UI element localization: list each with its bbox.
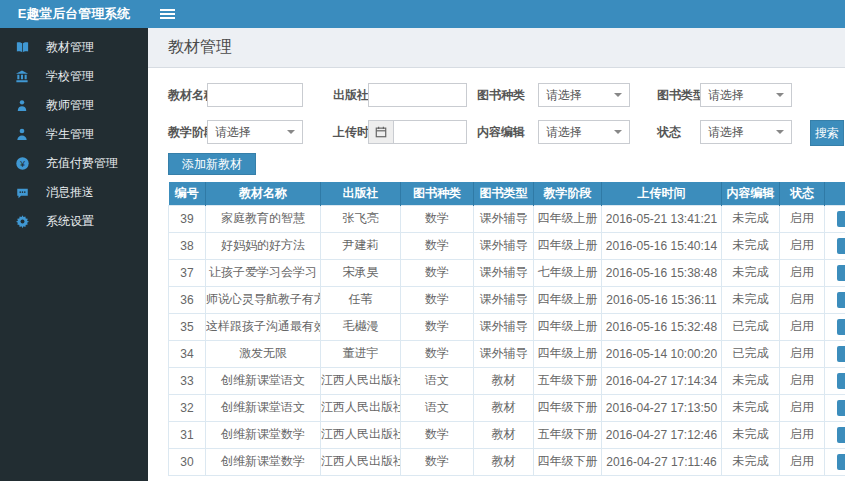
table-cell: 任苇 bbox=[321, 286, 401, 313]
chevron-down-icon bbox=[776, 130, 784, 134]
table-cell: 激发无限 bbox=[206, 340, 321, 367]
table-cell: 四年级上册 bbox=[534, 205, 602, 232]
row-action-button[interactable] bbox=[837, 427, 845, 443]
table-cell: 江西人民出版社 bbox=[321, 448, 401, 475]
table-cell: 2016-04-27 17:12:46 bbox=[602, 421, 722, 448]
status-label: 状态 bbox=[657, 120, 681, 144]
table-cell: 好妈妈的好方法 bbox=[206, 232, 321, 259]
book-kind-select[interactable]: 请选择 bbox=[538, 83, 630, 107]
row-action-button[interactable] bbox=[837, 319, 845, 335]
upload-time-input[interactable] bbox=[393, 120, 467, 144]
table-cell: 2016-04-27 17:13:50 bbox=[602, 394, 722, 421]
table-cell-actions bbox=[825, 421, 845, 448]
publisher-input[interactable] bbox=[368, 83, 467, 107]
book-kind-label: 图书种类 bbox=[477, 83, 525, 107]
teacher-icon bbox=[14, 98, 30, 114]
table-cell: 未完成 bbox=[722, 259, 780, 286]
row-action-button[interactable] bbox=[837, 400, 845, 416]
table-cell: 师说心灵导航教子有方 bbox=[206, 286, 321, 313]
row-action-button[interactable] bbox=[837, 265, 845, 281]
table-cell: 未完成 bbox=[722, 367, 780, 394]
table-cell: 启用 bbox=[780, 205, 825, 232]
table-cell: 数学 bbox=[401, 286, 474, 313]
table-cell: 已完成 bbox=[722, 313, 780, 340]
table-cell: 四年级上册 bbox=[534, 340, 602, 367]
table-cell: 启用 bbox=[780, 313, 825, 340]
calendar-icon[interactable] bbox=[368, 120, 394, 144]
material-name-input[interactable] bbox=[207, 83, 303, 107]
row-action-button[interactable] bbox=[837, 292, 845, 308]
sidebar-item-1[interactable]: 学校管理 bbox=[0, 62, 148, 91]
table-cell: 32 bbox=[169, 394, 206, 421]
table-cell: 数学 bbox=[401, 313, 474, 340]
column-header: 状态 bbox=[780, 182, 825, 205]
table-cell: 37 bbox=[169, 259, 206, 286]
sidebar-item-label: 充值付费管理 bbox=[46, 155, 118, 172]
sidebar-item-6[interactable]: 系统设置 bbox=[0, 207, 148, 236]
table-cell: 启用 bbox=[780, 367, 825, 394]
payment-icon: ¥ bbox=[14, 156, 30, 172]
table-row: 31创维新课堂数学江西人民出版社数学教材五年级下册2016-04-27 17:1… bbox=[169, 421, 845, 448]
sidebar-item-3[interactable]: 学生管理 bbox=[0, 120, 148, 149]
table-cell: 启用 bbox=[780, 286, 825, 313]
book-type-select[interactable]: 请选择 bbox=[700, 83, 792, 107]
table-cell: 启用 bbox=[780, 448, 825, 475]
table-header-row: 编号教材名称出版社图书种类图书类型教学阶段上传时间内容编辑状态 bbox=[169, 182, 845, 205]
column-header: 编号 bbox=[169, 182, 206, 205]
table-row: 34激发无限董进宇数学课外辅导四年级上册2016-05-14 10:00:20已… bbox=[169, 340, 845, 367]
table-cell: 家庭教育的智慧 bbox=[206, 205, 321, 232]
table-cell: 江西人民出版社 bbox=[321, 367, 401, 394]
table-row: 38好妈妈的好方法尹建莉数学课外辅导四年级上册2016-05-16 15:40:… bbox=[169, 232, 845, 259]
table-cell: 未完成 bbox=[722, 205, 780, 232]
row-action-button[interactable] bbox=[837, 454, 845, 470]
sidebar-item-4[interactable]: ¥充值付费管理 bbox=[0, 149, 148, 178]
add-material-button[interactable]: 添加新教材 bbox=[168, 153, 256, 175]
sidebar: 教材管理学校管理教师管理学生管理¥充值付费管理消息推送系统设置 bbox=[0, 28, 148, 481]
row-action-button[interactable] bbox=[837, 238, 845, 254]
table-cell: 教材 bbox=[474, 367, 534, 394]
table-cell: 启用 bbox=[780, 340, 825, 367]
message-icon bbox=[14, 185, 30, 201]
table-cell: 毛樾漫 bbox=[321, 313, 401, 340]
row-action-button[interactable] bbox=[837, 373, 845, 389]
table-cell: 七年级上册 bbox=[534, 259, 602, 286]
column-header: 上传时间 bbox=[602, 182, 722, 205]
table-cell: 董进宇 bbox=[321, 340, 401, 367]
teaching-stage-value: 请选择 bbox=[215, 124, 251, 141]
row-action-button[interactable] bbox=[837, 211, 845, 227]
table-cell: 2016-05-16 15:32:48 bbox=[602, 313, 722, 340]
status-select[interactable]: 请选择 bbox=[700, 120, 792, 144]
table-cell: 启用 bbox=[780, 421, 825, 448]
table-row: 30创维新课堂数学江西人民出版社数学教材四年级下册2016-04-27 17:1… bbox=[169, 448, 845, 475]
sidebar-item-2[interactable]: 教师管理 bbox=[0, 91, 148, 120]
table-cell: 数学 bbox=[401, 421, 474, 448]
sidebar-item-label: 教师管理 bbox=[46, 97, 94, 114]
content-editor-select[interactable]: 请选择 bbox=[538, 120, 630, 144]
table-cell: 2016-05-21 13:41:21 bbox=[602, 205, 722, 232]
row-action-button[interactable] bbox=[837, 346, 845, 362]
table-cell: 数学 bbox=[401, 205, 474, 232]
table-cell: 2016-05-16 15:38:48 bbox=[602, 259, 722, 286]
table-cell-actions bbox=[825, 205, 845, 232]
table-cell: 数学 bbox=[401, 448, 474, 475]
chevron-down-icon bbox=[776, 93, 784, 97]
table-cell: 四年级上册 bbox=[534, 232, 602, 259]
table-cell: 教材 bbox=[474, 421, 534, 448]
table-cell: 未完成 bbox=[722, 421, 780, 448]
table-cell: 34 bbox=[169, 340, 206, 367]
sidebar-item-0[interactable]: 教材管理 bbox=[0, 33, 148, 62]
table-cell: 这样跟孩子沟通最有效 bbox=[206, 313, 321, 340]
table-row: 37让孩子爱学习会学习宋承昊数学课外辅导七年级上册2016-05-16 15:3… bbox=[169, 259, 845, 286]
teaching-stage-select[interactable]: 请选择 bbox=[207, 120, 303, 144]
settings-icon bbox=[14, 214, 30, 230]
table-cell: 未完成 bbox=[722, 286, 780, 313]
sidebar-menu: 教材管理学校管理教师管理学生管理¥充值付费管理消息推送系统设置 bbox=[0, 28, 148, 236]
column-header: 教材名称 bbox=[206, 182, 321, 205]
content-editor-value: 请选择 bbox=[546, 124, 582, 141]
sidebar-item-5[interactable]: 消息推送 bbox=[0, 178, 148, 207]
hamburger-icon[interactable] bbox=[160, 9, 175, 21]
app-title: E趣堂后台管理系统 bbox=[0, 0, 148, 28]
svg-text:¥: ¥ bbox=[19, 159, 25, 169]
table-cell: 创维新课堂语文 bbox=[206, 394, 321, 421]
search-button[interactable]: 搜索 bbox=[810, 120, 844, 146]
